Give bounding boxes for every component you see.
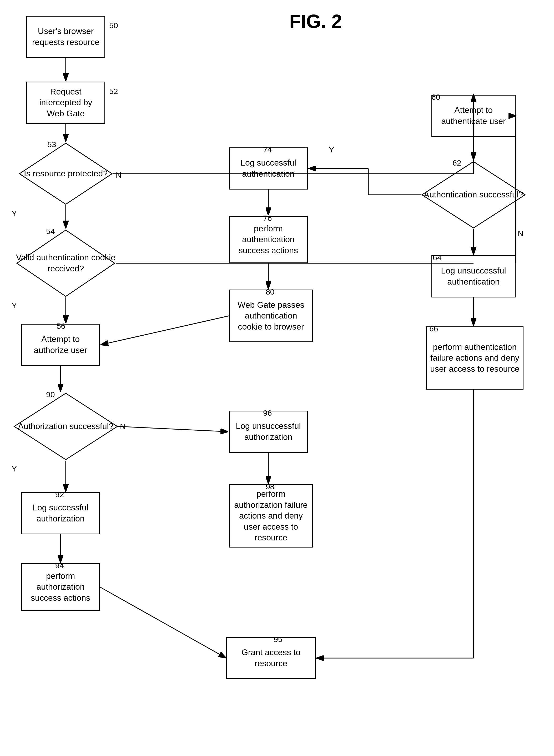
node-98: perform authorization failure actions an… <box>229 484 313 548</box>
label-y-54: Y <box>12 301 17 310</box>
ref-64: 64 <box>433 253 441 262</box>
node-60: Attempt to authenticate user <box>431 95 515 137</box>
node-95: Grant access to resource <box>226 637 316 679</box>
label-n-90: N <box>120 422 126 431</box>
ref-74: 74 <box>263 145 272 154</box>
ref-50: 50 <box>109 21 118 30</box>
node-94: perform authorization success actions <box>21 563 100 611</box>
ref-80: 80 <box>266 288 274 296</box>
label-y-53: Y <box>12 209 17 218</box>
svg-line-26 <box>118 426 228 432</box>
node-80: Web Gate passes authentication cookie to… <box>229 290 313 342</box>
ref-56: 56 <box>57 322 65 331</box>
node-54: Valid authentication cookie received? <box>16 229 116 297</box>
ref-53: 53 <box>47 140 56 149</box>
label-n-62: N <box>518 229 523 238</box>
figure-title: FIG. 2 <box>289 10 342 32</box>
ref-54: 54 <box>46 227 55 236</box>
label-y-62: Y <box>329 145 334 154</box>
ref-62: 62 <box>452 158 461 167</box>
label-y-90: Y <box>12 464 17 473</box>
node-64: Log unsuccessful authentication <box>431 255 515 297</box>
node-52: Request intercepted by Web Gate <box>26 82 105 124</box>
svg-line-29 <box>100 587 226 658</box>
label-n-53: N <box>116 170 121 180</box>
ref-94: 94 <box>55 561 64 570</box>
node-90: Authorization successful? <box>13 392 118 461</box>
node-62: Authentication successful? <box>421 161 526 229</box>
ref-90: 90 <box>46 390 55 399</box>
ref-52: 52 <box>109 87 118 96</box>
svg-line-25 <box>101 316 229 345</box>
diagram-container: FIG. 2 User's browser requests resource … <box>0 0 554 756</box>
node-76: perform authentication success actions <box>229 216 308 263</box>
node-53: Is resource protected? <box>18 142 113 205</box>
ref-95: 95 <box>274 635 282 644</box>
ref-60: 60 <box>431 93 440 102</box>
node-50: User's browser requests resource <box>26 16 105 58</box>
node-66: perform authentication failure actions a… <box>426 326 523 390</box>
ref-92: 92 <box>55 490 64 499</box>
ref-98: 98 <box>266 482 274 491</box>
ref-96: 96 <box>263 408 272 417</box>
ref-66: 66 <box>429 324 438 333</box>
ref-76: 76 <box>263 214 272 223</box>
